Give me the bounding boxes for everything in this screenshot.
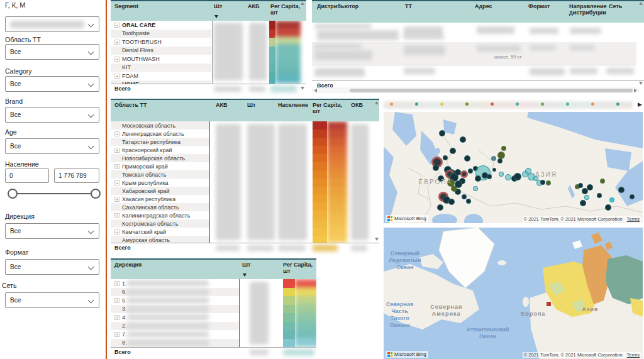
scroll-down-icon[interactable] bbox=[301, 87, 304, 90]
expand-icon[interactable]: + bbox=[114, 298, 119, 303]
data-point-bubble[interactable] bbox=[540, 180, 545, 185]
data-point-bubble[interactable] bbox=[462, 194, 467, 199]
data-point-bubble[interactable] bbox=[468, 168, 473, 174]
data-point-bubble[interactable] bbox=[437, 204, 443, 211]
bubble-map[interactable]: ЕВРОПААЗИЯ© 2021 TomTom, © 2021 Microsof… bbox=[384, 112, 643, 223]
column-header[interactable]: Per Capita, шт bbox=[283, 262, 314, 274]
filter-dropdown-Сеть[interactable]: Все bbox=[5, 292, 99, 308]
column-header[interactable]: ОКБ bbox=[351, 102, 363, 108]
blurred-column-qty bbox=[250, 282, 269, 345]
legend-next-icon[interactable]: ▶ bbox=[638, 101, 642, 108]
range-slider-handle-max[interactable] bbox=[91, 189, 101, 199]
data-point-bubble[interactable] bbox=[630, 194, 635, 199]
data-point-bubble[interactable] bbox=[439, 130, 445, 136]
data-point-bubble[interactable] bbox=[497, 158, 502, 163]
blurred-column-okb bbox=[351, 124, 369, 240]
filter-dropdown-Age[interactable]: Все bbox=[5, 138, 99, 154]
table-row[interactable]: +8. bbox=[111, 339, 316, 348]
filter-dropdown-Дирекция[interactable]: Все bbox=[5, 223, 99, 239]
expand-icon[interactable]: + bbox=[114, 213, 119, 218]
expand-icon[interactable]: + bbox=[114, 40, 119, 45]
table-row[interactable]: +1. bbox=[111, 279, 316, 288]
sort-descending-icon[interactable] bbox=[214, 15, 218, 18]
table-row[interactable]: +7. bbox=[111, 330, 316, 339]
table-row[interactable]: +6. bbox=[111, 288, 316, 297]
expand-icon[interactable]: + bbox=[114, 229, 119, 235]
expand-icon[interactable]: + bbox=[114, 148, 119, 153]
column-header[interactable]: АКБ bbox=[248, 3, 259, 9]
data-point-bubble[interactable] bbox=[443, 155, 448, 160]
expand-icon[interactable]: + bbox=[114, 332, 119, 337]
expand-icon[interactable]: + bbox=[114, 180, 119, 185]
column-header[interactable]: АКБ bbox=[216, 102, 227, 108]
table-row[interactable]: +2. bbox=[111, 322, 316, 331]
scrollbar-thumb[interactable] bbox=[350, 89, 633, 92]
data-point-bubble[interactable] bbox=[600, 179, 605, 184]
data-point-bubble[interactable] bbox=[492, 168, 496, 172]
column-header[interactable]: Дирекция bbox=[114, 262, 142, 268]
range-min-input[interactable]: 0 bbox=[5, 168, 49, 183]
data-point-bubble[interactable] bbox=[433, 165, 439, 171]
column-header[interactable]: Segment bbox=[114, 3, 138, 9]
data-point-bubble[interactable] bbox=[578, 183, 583, 188]
data-point-bubble[interactable] bbox=[597, 193, 602, 198]
filter-dropdown-Category[interactable]: Все bbox=[5, 76, 99, 92]
scroll-up-icon[interactable] bbox=[301, 2, 304, 5]
pane-divider[interactable] bbox=[106, 0, 107, 359]
vertical-scrollbar[interactable] bbox=[299, 2, 306, 90]
expand-icon[interactable]: + bbox=[114, 57, 119, 62]
range-max-input[interactable]: 1 776 789 bbox=[54, 168, 99, 183]
filter-dropdown-top[interactable] bbox=[5, 16, 99, 32]
data-point-bubble[interactable] bbox=[618, 187, 625, 193]
per-capita-cell bbox=[313, 154, 327, 162]
column-header[interactable]: Область ТТ bbox=[114, 102, 147, 108]
table-row[interactable]: +4. bbox=[111, 313, 316, 322]
column-header[interactable]: Per Capita, шт bbox=[270, 3, 301, 16]
scroll-up-icon[interactable] bbox=[375, 101, 379, 104]
range-slider-track[interactable] bbox=[13, 193, 94, 194]
expand-icon[interactable]: + bbox=[114, 315, 119, 320]
data-point-bubble[interactable] bbox=[514, 173, 521, 180]
column-header[interactable]: Формат bbox=[528, 3, 550, 9]
data-point-bubble[interactable] bbox=[487, 174, 492, 179]
expand-icon[interactable]: + bbox=[114, 131, 119, 136]
choropleth-map[interactable]: Северный Ледовитый ОкеанСеверная Америка… bbox=[384, 228, 643, 359]
data-point-bubble[interactable] bbox=[450, 148, 456, 154]
scroll-down-icon[interactable] bbox=[375, 238, 379, 241]
column-header[interactable]: Направление дистрибуции bbox=[569, 3, 608, 16]
column-header[interactable]: Сеть bbox=[609, 3, 622, 9]
column-header[interactable]: Дистрибьютор bbox=[317, 3, 358, 9]
scroll-up-icon[interactable] bbox=[639, 2, 643, 5]
column-header[interactable]: Адрес bbox=[475, 3, 492, 9]
vertical-scrollbar[interactable] bbox=[638, 2, 644, 85]
sort-descending-icon[interactable] bbox=[243, 273, 247, 277]
column-header[interactable]: ТТ bbox=[405, 3, 412, 9]
scroll-right-icon[interactable] bbox=[634, 89, 637, 92]
scroll-down-icon[interactable] bbox=[639, 82, 643, 85]
column-header[interactable]: Население bbox=[278, 102, 308, 108]
terms-link[interactable]: Terms bbox=[627, 216, 640, 222]
table-row[interactable]: +3. bbox=[111, 305, 316, 314]
expand-icon[interactable]: + bbox=[114, 74, 119, 79]
data-point-bubble[interactable] bbox=[473, 186, 478, 191]
column-header[interactable]: Шт bbox=[214, 3, 222, 9]
horizontal-scrollbar[interactable] bbox=[312, 87, 639, 93]
data-point-bubble[interactable] bbox=[609, 197, 614, 202]
expand-icon[interactable]: + bbox=[114, 197, 119, 202]
terms-link[interactable]: Terms bbox=[627, 352, 640, 358]
expand-icon[interactable]: + bbox=[114, 281, 119, 286]
column-header[interactable]: Шт bbox=[247, 102, 255, 108]
range-slider-handle-min[interactable] bbox=[8, 189, 18, 199]
data-point-bubble[interactable] bbox=[466, 199, 471, 204]
column-header[interactable]: Шт bbox=[242, 262, 250, 268]
vertical-scrollbar[interactable] bbox=[374, 101, 380, 241]
filter-dropdown-Формат[interactable]: Все bbox=[5, 259, 99, 275]
collapse-icon[interactable]: − bbox=[114, 23, 119, 28]
column-header[interactable]: Per Capita, шт bbox=[313, 102, 344, 114]
table-row[interactable]: +5. bbox=[111, 296, 316, 305]
filter-dropdown-Brand[interactable]: Все bbox=[5, 107, 99, 123]
filter-dropdown-Область ТТ[interactable]: Все bbox=[5, 44, 99, 60]
expand-icon[interactable]: + bbox=[114, 164, 119, 169]
data-point-bubble[interactable] bbox=[580, 200, 586, 206]
scroll-left-icon[interactable] bbox=[314, 89, 317, 92]
